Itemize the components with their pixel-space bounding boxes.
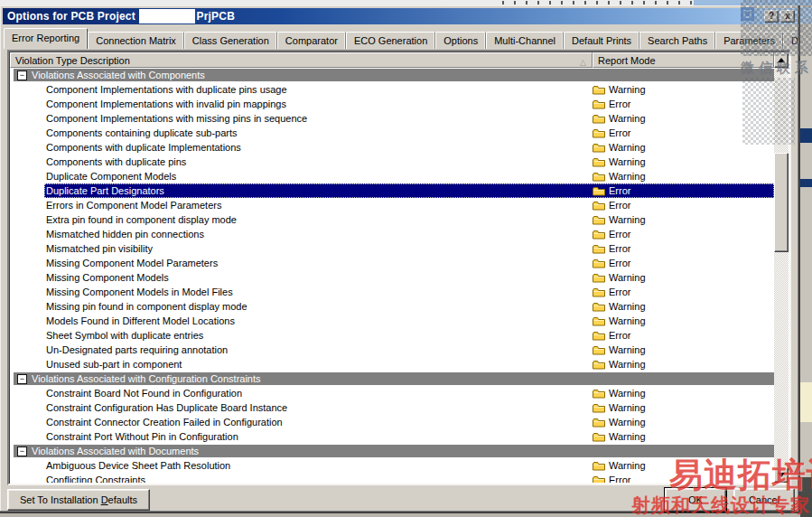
help-icon[interactable]: ? (764, 10, 779, 23)
report-mode-cell[interactable]: Warning (593, 357, 646, 371)
collapse-box-icon[interactable]: − (17, 374, 27, 384)
violation-row[interactable]: Errors in Component Model Parameters Err… (10, 198, 774, 212)
violation-row[interactable]: Component Implementations with missing p… (10, 111, 774, 126)
report-mode-cell[interactable]: Error (593, 241, 630, 256)
window-title-bar[interactable]: Options for PCB Project PrjPCB ? x (3, 8, 798, 24)
report-mode-cell[interactable]: Error (593, 183, 630, 198)
screenshot-stage: Options for PCB Project PrjPCB ? x Error… (0, 0, 812, 517)
violation-row[interactable]: Components containing duplicate sub-part… (10, 126, 774, 140)
tab-multi-channel[interactable]: Multi-Channel (486, 32, 564, 49)
report-mode-cell[interactable]: Error (593, 126, 630, 140)
violation-label: Mismatched hidden pin connections (46, 227, 204, 241)
collapse-box-icon[interactable]: − (17, 70, 27, 80)
violation-row[interactable]: Ambiguous Device Sheet Path Resolution W… (10, 458, 774, 473)
report-mode-cell[interactable]: Warning (593, 415, 646, 429)
report-mode-cell[interactable]: Warning (593, 270, 646, 285)
report-mode-cell[interactable]: Warning (593, 82, 646, 97)
folder-icon (593, 114, 605, 124)
report-mode-cell[interactable]: Warning (593, 299, 646, 314)
violation-row[interactable]: Unused sub-part in component Warning (10, 357, 774, 371)
report-mode-cell[interactable]: Warning (593, 386, 646, 400)
violation-row[interactable]: Constraint Board Not Found in Configurat… (10, 386, 774, 400)
report-mode-cell[interactable]: Warning (593, 169, 646, 183)
tab-options[interactable]: Options (435, 32, 486, 49)
set-defaults-button[interactable]: Set To Installation Defaults (7, 489, 150, 511)
folder-icon (593, 316, 605, 326)
tab-eco-generation[interactable]: ECO Generation (346, 32, 435, 49)
report-mode-cell[interactable]: Warning (593, 212, 646, 227)
violation-row[interactable]: Missing pin found in component display m… (10, 299, 774, 314)
violation-row[interactable]: Components with duplicate Implementation… (10, 140, 774, 155)
report-mode-label: Warning (609, 214, 646, 225)
violation-row[interactable]: Sheet Symbol with duplicate entries Erro… (10, 328, 774, 343)
folder-icon (593, 360, 605, 370)
group-row[interactable]: − Violations Associated with Configurati… (10, 371, 774, 386)
folder-icon (593, 461, 605, 471)
violation-row[interactable]: Mismatched hidden pin connections Error (10, 227, 774, 241)
set-defaults-label-key: D (101, 494, 108, 505)
report-mode-cell[interactable]: Warning (593, 429, 646, 444)
report-mode-cell[interactable]: Error (593, 256, 630, 270)
tab-connection-matrix[interactable]: Connection Matrix (88, 32, 184, 49)
violation-row[interactable]: Component Implementations with duplicate… (10, 82, 774, 97)
report-mode-cell[interactable]: Warning (593, 458, 646, 473)
report-mode-cell[interactable]: Warning (593, 400, 646, 415)
report-mode-cell[interactable]: Warning (593, 140, 646, 155)
report-mode-cell[interactable]: Error (593, 328, 630, 343)
violation-row[interactable]: Component Implementations with invalid p… (10, 97, 774, 111)
violation-row[interactable]: Duplicate Component Models Warning (10, 169, 774, 183)
report-mode-label: Error (609, 243, 630, 254)
report-mode-cell[interactable]: Warning (593, 343, 646, 357)
tab-parameters[interactable]: Parameters (715, 32, 783, 49)
violation-row[interactable]: Constraint Port Without Pin in Configura… (10, 429, 774, 444)
tab-comparator[interactable]: Comparator (277, 32, 346, 49)
report-mode-cell[interactable]: Error (593, 473, 630, 483)
group-row[interactable]: − Violations Associated with Components (10, 68, 774, 82)
tab-default-prints[interactable]: Default Prints (564, 32, 639, 49)
violation-row[interactable]: Mismatched pin visibility Error (10, 241, 774, 256)
vertical-scrollbar[interactable] (774, 52, 789, 483)
group-row[interactable]: − Violations Associated with Documents (10, 444, 774, 458)
violation-row[interactable]: Components with duplicate pins Warning (10, 155, 774, 169)
ok-button[interactable]: OK (665, 488, 726, 512)
violation-row[interactable]: Conflicting Constraints Error (10, 473, 774, 483)
violation-row[interactable]: Un-Designated parts requiring annotation… (10, 343, 774, 357)
violation-row[interactable]: Missing Component Models Warning (10, 270, 774, 285)
tab-error-reporting[interactable]: Error Reporting (4, 28, 88, 49)
collapse-box-icon[interactable]: − (17, 446, 27, 456)
report-mode-cell[interactable]: Warning (593, 155, 646, 169)
scroll-up-button[interactable] (774, 52, 789, 68)
report-mode-label: Warning (609, 417, 646, 428)
report-mode-cell[interactable]: Error (593, 285, 630, 299)
report-mode-cell[interactable]: Warning (593, 314, 646, 328)
scroll-thumb[interactable] (774, 153, 789, 252)
folder-icon (593, 244, 605, 254)
violation-row[interactable]: Missing Component Models in Model Files … (10, 285, 774, 299)
violation-row[interactable]: Models Found in Different Model Location… (10, 314, 774, 328)
violation-row[interactable]: Constraint Connector Creation Failed in … (10, 415, 774, 429)
violation-row[interactable]: Missing Component Model Parameters Error (10, 256, 774, 270)
folder-icon (593, 128, 605, 138)
tab-search-paths[interactable]: Search Paths (639, 32, 715, 49)
cancel-button[interactable]: Cancel (733, 488, 795, 512)
column-header-description[interactable]: Violation Type Description △ (10, 52, 593, 68)
violation-row[interactable]: Duplicate Part Designators Error (10, 183, 774, 198)
report-mode-cell[interactable]: Error (593, 227, 630, 241)
sliver-dark (800, 477, 812, 517)
sliver-blue-2 (800, 179, 812, 187)
report-mode-cell[interactable]: Error (593, 198, 630, 212)
report-mode-label: Error (609, 287, 630, 297)
tab-class-generation[interactable]: Class Generation (184, 32, 277, 49)
folder-icon (593, 273, 605, 283)
violation-row[interactable]: Extra pin found in component display mod… (10, 212, 774, 227)
scroll-down-button[interactable] (774, 467, 789, 483)
report-mode-cell[interactable]: Error (593, 97, 630, 111)
window-title-suffix: PrjPCB (196, 10, 235, 23)
violation-row[interactable]: Constraint Configuration Has Duplicate B… (10, 400, 774, 415)
window-title: Options for PCB Project (7, 10, 138, 23)
report-mode-label: Error (609, 475, 630, 483)
column-header-report-mode[interactable]: Report Mode (593, 52, 774, 68)
close-icon[interactable]: x (780, 10, 795, 23)
report-mode-cell[interactable]: Warning (593, 111, 646, 126)
tab-device-sheets[interactable]: Device Sheets (783, 32, 798, 49)
